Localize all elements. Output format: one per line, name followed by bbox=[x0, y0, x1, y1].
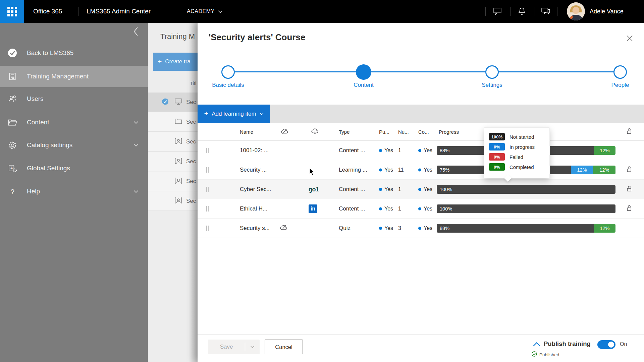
legend-badge: 0% bbox=[489, 153, 505, 161]
toggle-state-label: On bbox=[620, 341, 627, 347]
drag-handle-icon[interactable] bbox=[206, 148, 209, 153]
item-type: Content ... bbox=[339, 186, 365, 193]
col-completion[interactable]: Co... bbox=[418, 129, 429, 135]
step-circle-content[interactable] bbox=[356, 64, 371, 80]
chevron-up-icon[interactable] bbox=[533, 342, 541, 348]
close-icon[interactable] bbox=[624, 33, 635, 44]
col-type[interactable]: Type bbox=[339, 129, 350, 135]
drag-handle-icon[interactable] bbox=[206, 187, 209, 192]
step-label[interactable]: Content bbox=[330, 82, 397, 88]
sidebar-item-global-settings[interactable]: AGlobal Settings bbox=[0, 159, 148, 178]
cancel-button[interactable]: Cancel bbox=[265, 340, 303, 354]
sidebar-item-label: Catalog settings bbox=[27, 141, 72, 149]
number-value: 1 bbox=[398, 186, 401, 192]
published-dot-icon bbox=[379, 207, 382, 210]
sidebar-item-users[interactable]: Users bbox=[0, 89, 148, 108]
training-icon bbox=[7, 71, 17, 81]
completion-dot-icon bbox=[418, 227, 421, 230]
col-progress[interactable]: Progress bbox=[439, 129, 459, 135]
app-launcher-button[interactable] bbox=[0, 0, 24, 23]
sidebar-item-help[interactable]: ?Help bbox=[0, 182, 148, 201]
cloud-download-icon[interactable] bbox=[311, 128, 319, 136]
drag-handle-icon[interactable] bbox=[206, 167, 209, 173]
save-label: Save bbox=[208, 344, 245, 350]
number-value: 1 bbox=[398, 206, 401, 212]
lock-icon[interactable] bbox=[626, 128, 633, 136]
step-circle-basic-details[interactable] bbox=[221, 65, 235, 79]
background-table-row[interactable]: Sec bbox=[148, 191, 198, 211]
progress-segment-blue: 12% bbox=[571, 166, 593, 174]
add-learning-item-button[interactable]: + Add learning item bbox=[198, 105, 270, 123]
sidebar-item-catalog-settings[interactable]: Catalog settings bbox=[0, 136, 148, 155]
modal-toolbar: + Add learning item bbox=[198, 105, 644, 123]
drag-handle-icon[interactable] bbox=[206, 226, 209, 231]
learning-item-row[interactable]: Ethical H...inContent ...Yes1Yes100% bbox=[198, 199, 644, 219]
progress-bar[interactable]: 100% bbox=[437, 204, 615, 213]
legend-row: 0%In progress bbox=[489, 142, 549, 152]
learning-item-row[interactable]: Security ...Learning ...Yes11Yes75%12%12… bbox=[198, 160, 644, 180]
completion-dot-icon bbox=[418, 188, 421, 191]
progress-bar[interactable]: 88%12% bbox=[437, 224, 615, 233]
chat-icon[interactable] bbox=[492, 6, 502, 16]
progress-bar[interactable]: 100% bbox=[437, 185, 615, 194]
step-circle-settings[interactable] bbox=[485, 65, 499, 79]
legend-row: 100%Not started bbox=[489, 132, 549, 142]
tenant-name: ACADEMY bbox=[187, 0, 215, 23]
legend-label: Failed bbox=[509, 154, 523, 160]
legend-row: 0%Completed bbox=[489, 162, 549, 172]
lock-icon[interactable] bbox=[626, 204, 633, 213]
chevron-down-icon bbox=[260, 113, 264, 115]
step-circle-people[interactable] bbox=[613, 65, 627, 79]
tenant-selector[interactable]: ACADEMY bbox=[187, 0, 222, 23]
col-name[interactable]: Name bbox=[240, 129, 253, 135]
row-title: Sec bbox=[186, 99, 196, 106]
lock-icon[interactable] bbox=[626, 185, 633, 194]
legend-badge: 0% bbox=[489, 163, 505, 171]
sidebar-item-content[interactable]: Content bbox=[0, 113, 148, 132]
learning-item-row[interactable]: Security s...QuizYes3Yes88%12% bbox=[198, 219, 644, 238]
stepper-line bbox=[228, 71, 620, 72]
number-value: 1 bbox=[398, 147, 401, 154]
cloud-slash-icon bbox=[279, 224, 288, 233]
lock-icon[interactable] bbox=[626, 166, 633, 174]
step-label[interactable]: Basic details bbox=[195, 82, 262, 88]
col-published[interactable]: Pu... bbox=[379, 129, 389, 135]
sidebar-item-back-to-lms365[interactable]: Back to LMS365 bbox=[0, 44, 148, 62]
drag-handle-icon[interactable] bbox=[206, 206, 209, 212]
sidebar-item-label: Back to LMS365 bbox=[27, 49, 73, 57]
modal-title: 'Security alerts' Course bbox=[209, 32, 305, 43]
legend-row: 0%Failed bbox=[489, 152, 549, 162]
background-page: Training M + Create tra Titl SecSecSecSe… bbox=[148, 23, 198, 362]
background-table-row[interactable]: Sec bbox=[148, 93, 198, 112]
background-table-row[interactable]: Sec bbox=[148, 132, 198, 152]
user-name[interactable]: Adele Vance bbox=[590, 0, 624, 23]
save-options-chevron-icon[interactable] bbox=[245, 346, 260, 348]
publish-toggle[interactable] bbox=[597, 340, 615, 349]
step-label[interactable]: People bbox=[587, 82, 644, 88]
sidebar-item-training-management[interactable]: Training Management bbox=[0, 66, 148, 87]
create-training-button[interactable]: + Create tra bbox=[153, 53, 198, 71]
office365-brand[interactable]: Office 365 bbox=[33, 0, 62, 23]
background-table-row[interactable]: Sec bbox=[148, 112, 198, 132]
admin-center-title[interactable]: LMS365 Admin Center bbox=[87, 0, 151, 23]
sidebar-collapse-icon[interactable] bbox=[133, 27, 139, 38]
notifications-bell-icon[interactable] bbox=[517, 6, 527, 16]
published-value: Yes bbox=[384, 225, 393, 231]
completion-value: Yes bbox=[424, 186, 432, 192]
step-label[interactable]: Settings bbox=[459, 82, 526, 88]
background-table-row[interactable]: Sec bbox=[148, 152, 198, 171]
footer-divider bbox=[198, 334, 644, 335]
save-button[interactable]: Save bbox=[208, 340, 260, 354]
learning-item-row[interactable]: Cyber Sec...go1Content ...Yes1Yes100% bbox=[198, 180, 644, 199]
avatar[interactable] bbox=[567, 2, 585, 20]
feedback-icon[interactable] bbox=[541, 6, 551, 16]
background-table-row[interactable]: Sec bbox=[148, 172, 198, 191]
published-status: Published bbox=[532, 351, 559, 358]
col-number[interactable]: Nu... bbox=[398, 129, 409, 135]
svg-text:?: ? bbox=[11, 188, 14, 195]
toggle-knob bbox=[608, 342, 614, 348]
row-title: Sec bbox=[186, 138, 196, 145]
offline-cloud-icon[interactable] bbox=[280, 128, 289, 136]
learning-item-row[interactable]: 1001-02: ...Content ...Yes1Yes88%12% bbox=[198, 141, 644, 160]
published-value: Yes bbox=[384, 147, 393, 154]
